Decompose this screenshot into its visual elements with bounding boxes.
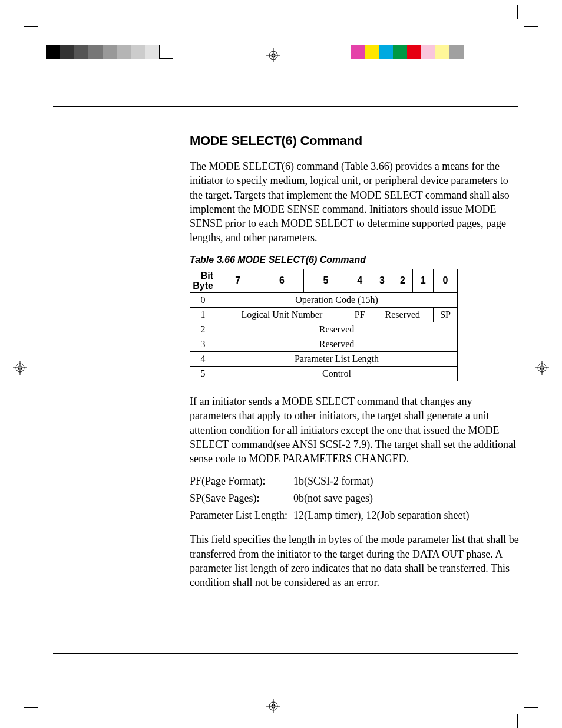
table-cell: Control [216, 366, 458, 381]
table-row: 0Operation Code (15h) [190, 292, 458, 307]
table-header-row: BitByte 76543210 [190, 269, 458, 292]
bit-header: 3 [372, 269, 392, 292]
table-caption: Table 3.66 MODE SELECT(6) Command [190, 255, 520, 265]
bit-header: 2 [392, 269, 413, 292]
table-row: 1Logical Unit NumberPFReservedSP [190, 307, 458, 322]
grayscale-swatches [46, 45, 173, 59]
table-cell: Logical Unit Number [216, 307, 348, 322]
bit-header: 1 [413, 269, 434, 292]
registration-mark-icon [266, 48, 280, 62]
byte-number: 0 [190, 292, 216, 307]
bit-header: 6 [260, 269, 304, 292]
registration-mark-icon [535, 361, 549, 375]
byte-number: 3 [190, 337, 216, 351]
bit-header: 4 [348, 269, 372, 292]
table-cell: PF [348, 307, 372, 322]
footer-rule [53, 653, 518, 654]
bit-header: 5 [304, 269, 348, 292]
definition-value: 0b(not save pages) [293, 492, 520, 505]
definition-value: 12(Lamp timer), 12(Job separation sheet) [293, 509, 520, 522]
command-table: BitByte 76543210 0Operation Code (15h)1L… [190, 269, 458, 381]
table-row: 3Reserved [190, 337, 458, 351]
definition-label: Parameter List Length: [190, 509, 293, 522]
bit-header: 7 [216, 269, 260, 292]
table-cell: Reserved [216, 322, 458, 337]
body-paragraph: This field specifies the length in bytes… [190, 532, 520, 589]
table-cell: Parameter List Length [216, 351, 458, 366]
definition-label: SP(Save Pages): [190, 492, 293, 505]
byte-number: 2 [190, 322, 216, 337]
table-cell: SP [434, 307, 458, 322]
color-swatches [351, 45, 464, 59]
definition-value: 1b(SCSI-2 format) [293, 475, 520, 487]
registration-mark-icon [13, 361, 27, 375]
table-corner-cell: BitByte [190, 269, 216, 292]
byte-number: 1 [190, 307, 216, 322]
byte-number: 4 [190, 351, 216, 366]
table-row: 2Reserved [190, 322, 458, 337]
table-row: 5Control [190, 366, 458, 381]
intro-paragraph: The MODE SELECT(6) command (Table 3.66) … [190, 159, 520, 245]
table-cell: Reserved [372, 307, 433, 322]
print-color-bars [0, 41, 562, 65]
registration-mark-icon [266, 699, 280, 713]
section-heading: MODE SELECT(6) Command [190, 133, 520, 149]
page-content: MODE SELECT(6) Command The MODE SELECT(6… [190, 106, 520, 599]
table-cell: Operation Code (15h) [216, 292, 458, 307]
byte-number: 5 [190, 366, 216, 381]
definition-label: PF(Page Format): [190, 475, 293, 487]
table-cell: Reserved [216, 337, 458, 351]
body-paragraph: If an initiator sends a MODE SELECT comm… [190, 394, 520, 466]
table-row: 4Parameter List Length [190, 351, 458, 366]
bit-header: 0 [434, 269, 458, 292]
definitions: PF(Page Format):1b(SCSI-2 format)SP(Save… [190, 475, 520, 522]
